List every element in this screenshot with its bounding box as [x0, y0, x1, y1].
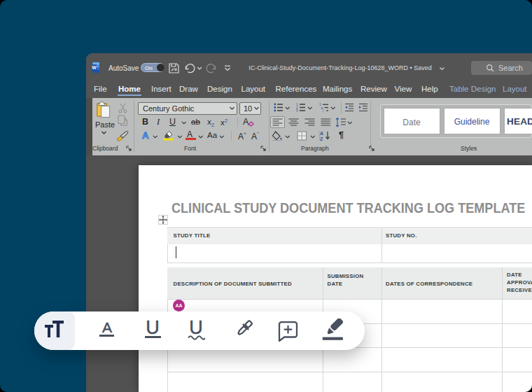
svg-text:3: 3 [296, 109, 298, 112]
svg-text:i: i [323, 109, 323, 112]
svg-text:W: W [92, 65, 97, 70]
svg-text:Z: Z [320, 136, 323, 141]
svg-text:A: A [320, 131, 323, 136]
